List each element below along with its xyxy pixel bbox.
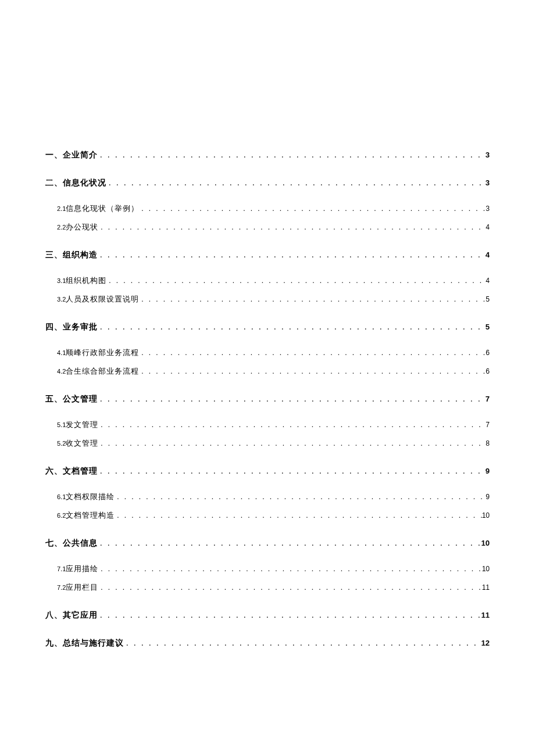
toc-leader: . . . . . . . . . . . . . . . . . . . . … [139, 367, 486, 376]
toc-label: 四、业务审批 [45, 322, 98, 332]
toc-entry[interactable]: 5.1 发文管理 . . . . . . . . . . . . . . . .… [57, 420, 490, 430]
toc-index: 2.1 [57, 205, 66, 212]
toc-entry[interactable]: 3.2 人员及权限设置说明 . . . . . . . . . . . . . … [57, 294, 490, 304]
toc-entry[interactable]: 六、文档管理 . . . . . . . . . . . . . . . . .… [45, 466, 490, 476]
toc-page: 10 [482, 565, 490, 573]
toc-label: 应用栏目 [66, 582, 98, 593]
toc-label: 一、企业简介 [45, 150, 98, 160]
toc-container: 一、企业简介 . . . . . . . . . . . . . . . . .… [45, 150, 490, 651]
toc-label: 文档权限描绘 [66, 492, 115, 502]
toc-entry[interactable]: 6.2 文档管理构造 . . . . . . . . . . . . . . .… [57, 510, 490, 521]
toc-page: 7 [486, 395, 490, 403]
toc-leader: . . . . . . . . . . . . . . . . . . . . … [98, 583, 482, 592]
toc-label: 七、公共信息 [45, 538, 98, 549]
toc-index: 3.2 [57, 296, 66, 303]
toc-subgroup: 2.1 信息化现状（举例） . . . . . . . . . . . . . … [45, 203, 490, 232]
toc-label: 八、其它应用 [45, 610, 98, 621]
toc-index: 7.1 [57, 565, 66, 572]
toc-page: 10 [482, 539, 490, 547]
toc-index: 5.2 [57, 440, 66, 447]
toc-entry[interactable]: 3.1 组织机构图 . . . . . . . . . . . . . . . … [57, 275, 490, 286]
toc-page: 11 [482, 583, 490, 592]
toc-leader: . . . . . . . . . . . . . . . . . . . . … [98, 439, 486, 448]
toc-label: 六、文档管理 [45, 466, 98, 476]
toc-leader: . . . . . . . . . . . . . . . . . . . . … [139, 348, 486, 357]
toc-label: 合生综合部业务流程 [66, 366, 139, 377]
toc-entry[interactable]: 四、业务审批 . . . . . . . . . . . . . . . . .… [45, 322, 490, 332]
toc-leader: . . . . . . . . . . . . . . . . . . . . … [106, 276, 486, 285]
toc-label: 收文管理 [66, 438, 98, 449]
toc-entry[interactable]: 6.1 文档权限描绘 . . . . . . . . . . . . . . .… [57, 492, 490, 502]
toc-leader: . . . . . . . . . . . . . . . . . . . . … [115, 511, 482, 520]
toc-entry[interactable]: 2.2 办公现状 . . . . . . . . . . . . . . . .… [57, 222, 490, 232]
toc-leader: . . . . . . . . . . . . . . . . . . . . … [98, 539, 482, 548]
toc-label: 二、信息化状况 [45, 178, 106, 188]
toc-leader: . . . . . . . . . . . . . . . . . . . . … [98, 323, 486, 332]
toc-label: 五、公文管理 [45, 394, 98, 404]
toc-leader: . . . . . . . . . . . . . . . . . . . . … [106, 178, 486, 188]
toc-index: 4.1 [57, 349, 66, 356]
toc-page: 6 [486, 349, 490, 357]
toc-leader: . . . . . . . . . . . . . . . . . . . . … [115, 492, 486, 501]
toc-page: 6 [486, 367, 490, 375]
toc-index: 3.1 [57, 277, 66, 284]
toc-index: 2.2 [57, 224, 66, 231]
toc-subgroup: 5.1 发文管理 . . . . . . . . . . . . . . . .… [45, 420, 490, 449]
toc-leader: . . . . . . . . . . . . . . . . . . . . … [98, 395, 486, 404]
toc-index: 6.2 [57, 512, 66, 519]
toc-page: 11 [482, 611, 490, 619]
toc-entry[interactable]: 五、公文管理 . . . . . . . . . . . . . . . . .… [45, 394, 490, 404]
toc-label: 办公现状 [66, 222, 98, 232]
toc-page: 10 [482, 511, 490, 519]
toc-subgroup: 4.1 顺峰行政部业务流程 . . . . . . . . . . . . . … [45, 347, 490, 377]
toc-page: 12 [482, 639, 490, 647]
toc-entry[interactable]: 三、组织构造 . . . . . . . . . . . . . . . . .… [45, 250, 490, 260]
toc-label: 文档管理构造 [66, 510, 115, 521]
toc-page: 5 [486, 295, 490, 303]
toc-entry[interactable]: 一、企业简介 . . . . . . . . . . . . . . . . .… [45, 150, 490, 160]
toc-label: 发文管理 [66, 420, 98, 430]
toc-page: 9 [486, 467, 490, 475]
toc-entry[interactable]: 7.1 应用描绘 . . . . . . . . . . . . . . . .… [57, 564, 490, 574]
toc-label: 信息化现状（举例） [66, 203, 139, 214]
toc-leader: . . . . . . . . . . . . . . . . . . . . … [139, 204, 486, 213]
toc-entry[interactable]: 八、其它应用 . . . . . . . . . . . . . . . . .… [45, 610, 490, 621]
toc-label: 顺峰行政部业务流程 [66, 347, 139, 358]
toc-leader: . . . . . . . . . . . . . . . . . . . . … [98, 564, 482, 574]
toc-entry[interactable]: 2.1 信息化现状（举例） . . . . . . . . . . . . . … [57, 203, 490, 214]
toc-page: 7 [486, 421, 490, 429]
toc-page: 9 [486, 493, 490, 501]
toc-label: 人员及权限设置说明 [66, 294, 139, 304]
toc-page: 4 [486, 223, 490, 231]
toc-entry[interactable]: 4.2 合生综合部业务流程 . . . . . . . . . . . . . … [57, 366, 490, 377]
toc-entry[interactable]: 二、信息化状况 . . . . . . . . . . . . . . . . … [45, 178, 490, 188]
toc-entry[interactable]: 7.2 应用栏目 . . . . . . . . . . . . . . . .… [57, 582, 490, 593]
toc-entry[interactable]: 5.2 收文管理 . . . . . . . . . . . . . . . .… [57, 438, 490, 449]
toc-leader: . . . . . . . . . . . . . . . . . . . . … [124, 639, 482, 648]
toc-entry[interactable]: 七、公共信息 . . . . . . . . . . . . . . . . .… [45, 538, 490, 549]
toc-page: 8 [486, 439, 490, 447]
toc-label: 组织机构图 [66, 275, 106, 286]
toc-page: 3 [486, 151, 490, 159]
toc-leader: . . . . . . . . . . . . . . . . . . . . … [98, 250, 486, 260]
toc-page: 5 [486, 323, 490, 331]
toc-page: 4 [486, 277, 490, 285]
toc-leader: . . . . . . . . . . . . . . . . . . . . … [139, 295, 486, 304]
toc-index: 7.2 [57, 584, 66, 591]
toc-entry[interactable]: 九、总结与施行建议 . . . . . . . . . . . . . . . … [45, 638, 490, 648]
toc-page: 3 [486, 205, 490, 213]
toc-index: 5.1 [57, 421, 66, 428]
toc-page: 4 [486, 250, 490, 259]
toc-subgroup: 7.1 应用描绘 . . . . . . . . . . . . . . . .… [45, 564, 490, 593]
toc-index: 4.2 [57, 368, 66, 375]
toc-leader: . . . . . . . . . . . . . . . . . . . . … [98, 223, 486, 232]
toc-label: 应用描绘 [66, 564, 98, 574]
toc-entry[interactable]: 4.1 顺峰行政部业务流程 . . . . . . . . . . . . . … [57, 347, 490, 358]
toc-leader: . . . . . . . . . . . . . . . . . . . . … [98, 467, 486, 476]
toc-label: 九、总结与施行建议 [45, 638, 124, 648]
toc-label: 三、组织构造 [45, 250, 98, 260]
toc-leader: . . . . . . . . . . . . . . . . . . . . … [98, 151, 486, 160]
toc-subgroup: 3.1 组织机构图 . . . . . . . . . . . . . . . … [45, 275, 490, 304]
toc-index: 6.1 [57, 493, 66, 500]
toc-leader: . . . . . . . . . . . . . . . . . . . . … [98, 420, 486, 429]
